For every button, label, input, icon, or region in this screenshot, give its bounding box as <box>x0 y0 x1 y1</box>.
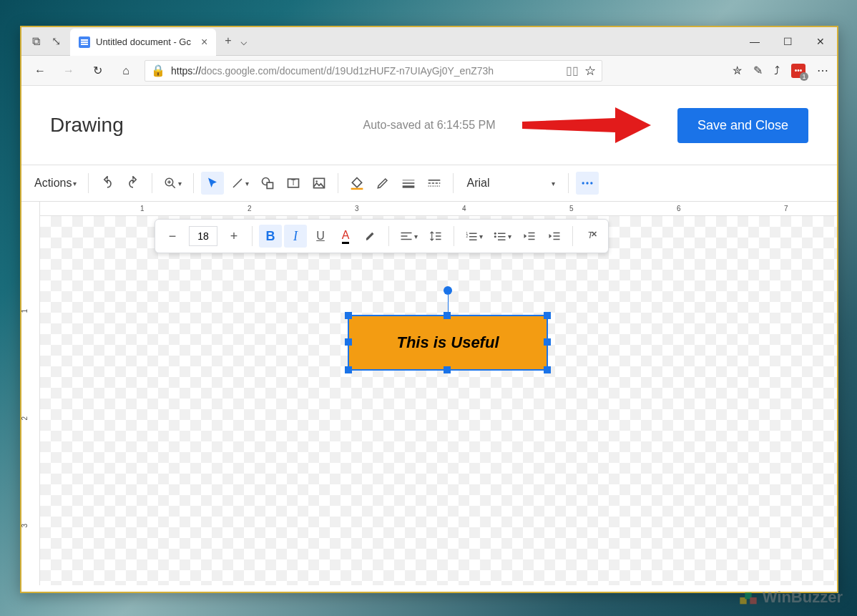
new-tab-icon[interactable]: + <box>225 34 231 48</box>
svg-point-19 <box>582 182 584 184</box>
resize-handle-sw[interactable] <box>345 366 352 373</box>
decrease-font-button[interactable]: − <box>161 225 184 248</box>
browser-window: ⧉ ⤡ Untitled document - Gc × + ⌵ — ☐ ✕ ←… <box>20 26 838 593</box>
redo-button[interactable] <box>122 172 145 195</box>
svg-rect-12 <box>351 188 363 190</box>
address-bar: ← → ↻ ⌂ 🔒 https://docs.google.com/docume… <box>21 56 837 86</box>
menu-icon[interactable]: ⋯ <box>817 64 828 77</box>
browser-tab[interactable]: Untitled document - Gc × <box>70 29 216 56</box>
shape-tool[interactable] <box>256 172 279 195</box>
highlight-button[interactable] <box>359 225 382 248</box>
resize-handle-w[interactable] <box>345 338 352 346</box>
resize-handle-e[interactable] <box>544 338 551 346</box>
resize-handle-s[interactable] <box>444 366 451 373</box>
title-bar: ⧉ ⤡ Untitled document - Gc × + ⌵ — ☐ ✕ <box>21 27 837 56</box>
text-format-toolbar: − + B I U A ▾ 12▾ ▾ <box>155 219 609 253</box>
drawing-toolbar: Actions▾ ▾ ▾ T Arial▾ <box>21 165 837 202</box>
dialog-title: Drawing <box>50 114 124 137</box>
increase-indent-button[interactable] <box>543 225 566 248</box>
resize-handle-nw[interactable] <box>345 312 352 319</box>
numbered-list-button[interactable]: 12▾ <box>461 225 487 248</box>
svg-point-11 <box>316 180 318 182</box>
drawing-dialog-header: Drawing Auto-saved at 6:14:55 PM Save an… <box>21 86 837 165</box>
textbox-tool[interactable]: T <box>282 172 305 195</box>
url-input[interactable]: 🔒 https://docs.google.com/document/d/19U… <box>145 60 602 82</box>
svg-point-33 <box>494 233 496 235</box>
font-family-select[interactable]: Arial▾ <box>461 172 561 195</box>
url-text: https://docs.google.com/document/d/19Ud1… <box>171 65 560 77</box>
horizontal-ruler: 1 2 3 4 5 6 7 <box>40 202 837 216</box>
watermark-icon <box>738 587 758 607</box>
svg-text:T: T <box>291 179 295 187</box>
minimize-button[interactable]: — <box>738 27 771 56</box>
fill-color-button[interactable] <box>346 172 368 195</box>
undo-button[interactable] <box>96 172 119 195</box>
underline-button[interactable]: U <box>309 225 332 248</box>
bold-button[interactable]: B <box>259 225 282 248</box>
decrease-indent-button[interactable] <box>518 225 541 248</box>
text-box-shape[interactable]: This is Useful <box>348 315 548 371</box>
svg-line-5 <box>233 179 242 187</box>
favorites-icon[interactable]: ✮ <box>733 64 742 77</box>
autosave-text: Auto-saved at 6:14:55 PM <box>363 119 496 132</box>
align-button[interactable]: ▾ <box>396 225 422 248</box>
resize-handle-ne[interactable] <box>544 312 551 319</box>
docs-icon <box>79 36 90 48</box>
watermark: WinBuzzer <box>738 587 843 607</box>
border-color-button[interactable] <box>371 172 394 195</box>
vertical-ruler: 1 2 3 <box>21 202 40 585</box>
save-and-close-button[interactable]: Save and Close <box>677 108 808 143</box>
tab-close-icon[interactable]: × <box>201 36 207 49</box>
border-weight-button[interactable] <box>397 172 420 195</box>
svg-point-34 <box>494 235 496 238</box>
actions-menu[interactable]: Actions▾ <box>30 172 81 195</box>
line-spacing-button[interactable] <box>424 225 447 248</box>
refresh-button[interactable]: ↻ <box>87 61 107 81</box>
svg-rect-7 <box>268 182 273 188</box>
svg-point-21 <box>591 182 593 184</box>
forward-button[interactable]: → <box>59 61 79 81</box>
lock-icon: 🔒 <box>151 64 165 77</box>
image-tool[interactable] <box>308 172 330 195</box>
bullet-list-button[interactable]: ▾ <box>489 225 516 248</box>
svg-point-20 <box>587 182 589 184</box>
border-dash-button[interactable] <box>423 172 446 195</box>
more-button[interactable] <box>576 172 599 195</box>
svg-text:2: 2 <box>466 235 469 238</box>
italic-button[interactable]: I <box>284 225 307 248</box>
svg-line-2 <box>172 185 176 188</box>
line-tool[interactable]: ▾ <box>227 172 253 195</box>
resize-handle-se[interactable] <box>544 366 551 373</box>
set-aside-icon[interactable]: ⤡ <box>47 33 64 50</box>
favorite-icon[interactable]: ☆ <box>584 63 596 79</box>
rotate-handle[interactable] <box>444 286 452 295</box>
close-window-button[interactable]: ✕ <box>804 27 837 56</box>
text-color-button[interactable]: A <box>334 225 357 248</box>
svg-marker-0 <box>522 107 651 143</box>
select-tool[interactable] <box>201 172 224 195</box>
tab-menu-icon[interactable]: ⌵ <box>240 34 248 48</box>
tab-title: Untitled document - Gc <box>96 36 191 47</box>
home-button[interactable]: ⌂ <box>116 61 136 81</box>
maximize-button[interactable]: ☐ <box>771 27 804 56</box>
notes-icon[interactable]: ✎ <box>753 64 763 77</box>
share-icon[interactable]: ⤴ <box>774 64 780 77</box>
reading-view-icon[interactable]: ▯▯ <box>566 64 579 77</box>
zoom-button[interactable]: ▾ <box>160 172 186 195</box>
increase-font-button[interactable]: + <box>222 225 245 248</box>
back-button[interactable]: ← <box>30 61 50 81</box>
clear-format-button[interactable]: T <box>579 225 602 248</box>
annotation-arrow <box>522 104 651 147</box>
shape-text[interactable]: This is Useful <box>396 333 499 352</box>
canvas-area: 1 2 3 1 2 3 4 5 6 7 − + B I <box>21 202 837 585</box>
font-size-input[interactable] <box>189 226 217 246</box>
drawing-canvas[interactable]: − + B I U A ▾ 12▾ ▾ <box>40 216 837 585</box>
resize-handle-n[interactable] <box>444 312 451 319</box>
svg-rect-49 <box>750 597 756 604</box>
extension-icon[interactable]: •••1 <box>791 64 805 78</box>
tab-overview-icon[interactable]: ⧉ <box>27 33 44 50</box>
